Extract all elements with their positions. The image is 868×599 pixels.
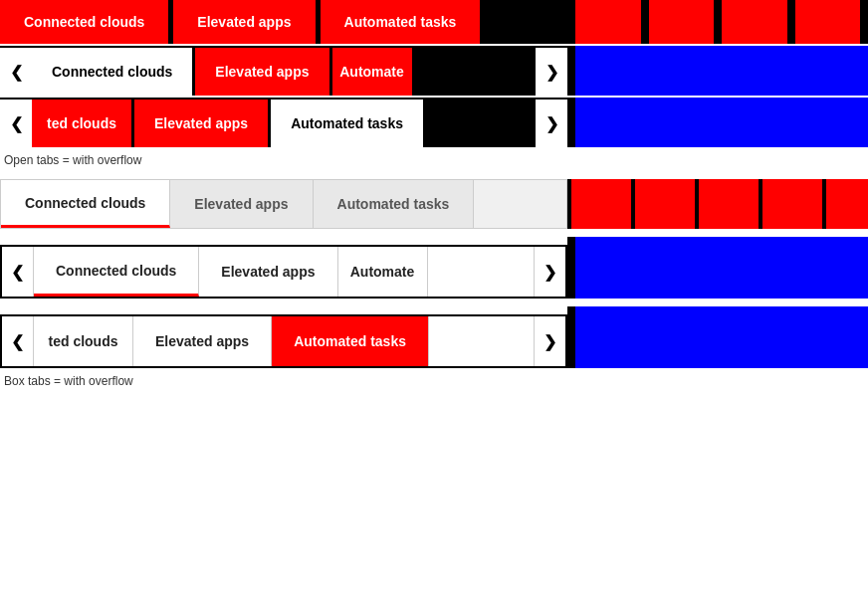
box-tabs-strip-1: Connected clouds Elevated apps Automate xyxy=(34,247,534,297)
black-divider-4 xyxy=(787,0,795,44)
box-tabs-row3: ❮ ted clouds Elevated apps Automated tas… xyxy=(0,306,868,368)
box-red-5 xyxy=(826,179,868,229)
prev-arrow-box-1[interactable]: ❮ xyxy=(2,247,34,297)
blue-block-b2a xyxy=(575,237,868,299)
black-divider-5 xyxy=(860,0,868,44)
box-red-3 xyxy=(699,179,759,229)
box-tab-nav-connected-1[interactable]: Connected clouds xyxy=(34,247,199,297)
next-arrow-box-2[interactable]: ❯ xyxy=(534,316,565,366)
prev-arrow-open-2[interactable]: ❮ xyxy=(0,100,32,147)
spacer-3a xyxy=(567,98,575,147)
tabs-strip-1: Connected clouds Elevated apps Automate xyxy=(32,48,536,96)
tab-nav-cld-partial[interactable]: ted clouds xyxy=(32,100,131,147)
right-blocks-2 xyxy=(567,46,868,96)
tab-elevated-apps-1[interactable]: Elevated apps xyxy=(173,0,317,44)
black-divider-2 xyxy=(641,0,649,44)
open-tabs-label: Open tabs = with overflow xyxy=(0,147,868,173)
tab-box-connected-clouds-1[interactable]: Connected clouds xyxy=(1,180,170,228)
open-tabs-nav-bar-2: ❮ ted clouds Elevated apps Automated tas… xyxy=(0,98,567,147)
open-tabs-nav-bar-1: ❮ Connected clouds Elevated apps Automat… xyxy=(0,46,567,96)
spacer-2a xyxy=(567,46,575,96)
red-block-3 xyxy=(722,0,787,44)
next-arrow-box-1[interactable]: ❯ xyxy=(534,247,565,297)
box-red-4 xyxy=(762,179,822,229)
box-tab-nav-elevated-1[interactable]: Elevated apps xyxy=(199,247,337,297)
prev-arrow-open-1[interactable]: ❮ xyxy=(0,48,32,96)
next-arrow-open-1[interactable]: ❯ xyxy=(536,48,567,96)
box-tabs-label: Box tabs = with overflow xyxy=(0,368,868,394)
box-tabs-strip-2: ted clouds Elevated apps Automated tasks xyxy=(34,316,534,366)
spacer-b2a xyxy=(567,237,575,299)
open-tabs-bar-full: Connected clouds Elevated apps Automated… xyxy=(0,0,567,44)
box-tab-nav-automated-partial[interactable]: Automate xyxy=(338,247,428,297)
box-tabs-bar-full: Connected clouds Elevated apps Automated… xyxy=(0,179,567,229)
box-tabs-row2: ❮ Connected clouds Elevated apps Automat… xyxy=(0,237,868,299)
tab-box-elevated-apps-1[interactable]: Elevated apps xyxy=(170,180,313,228)
box-tabs-nav-bar-1: ❮ Connected clouds Elevated apps Automat… xyxy=(0,245,567,299)
tab-nav-elevated-apps-2[interactable]: Elevated apps xyxy=(134,100,268,147)
box-red-2 xyxy=(635,179,695,229)
box-tabs-row1: Connected clouds Elevated apps Automated… xyxy=(0,179,868,229)
blue-block-3a xyxy=(575,98,868,147)
tab-nav-automated-tasks-partial[interactable]: Automate xyxy=(332,48,412,96)
right-blocks-box-2 xyxy=(567,237,868,299)
right-blocks-3 xyxy=(567,98,868,147)
blue-block-2a xyxy=(575,46,868,96)
box-tab-nav-cld-partial[interactable]: ted clouds xyxy=(34,316,133,366)
tab-box-automated-tasks-1[interactable]: Automated tasks xyxy=(314,180,475,228)
tab-nav-automated-tasks-2[interactable]: Automated tasks xyxy=(271,100,423,147)
tab-connected-clouds-1[interactable]: Connected clouds xyxy=(0,0,170,44)
right-blocks-1 xyxy=(567,0,868,44)
red-block-2 xyxy=(649,0,715,44)
open-tabs-row3: ❮ ted clouds Elevated apps Automated tas… xyxy=(0,98,868,147)
box-tabs-nav-bar-2: ❮ ted clouds Elevated apps Automated tas… xyxy=(0,314,567,368)
box-red-1 xyxy=(571,179,631,229)
black-divider-1 xyxy=(567,0,575,44)
box-tab-nav-automated-2[interactable]: Automated tasks xyxy=(272,316,429,366)
red-block-1 xyxy=(575,0,641,44)
open-tabs-row1: Connected clouds Elevated apps Automated… xyxy=(0,0,868,44)
right-blocks-box-3 xyxy=(567,306,868,368)
tab-automated-tasks-1[interactable]: Automated tasks xyxy=(321,0,483,44)
tab-nav-elevated-apps-1[interactable]: Elevated apps xyxy=(195,48,328,96)
prev-arrow-box-2[interactable]: ❮ xyxy=(2,316,34,366)
red-block-4 xyxy=(795,0,861,44)
box-tab-nav-elevated-2[interactable]: Elevated apps xyxy=(133,316,272,366)
open-tabs-row2: ❮ Connected clouds Elevated apps Automat… xyxy=(0,46,868,96)
next-arrow-open-2[interactable]: ❯ xyxy=(536,100,567,147)
right-blocks-box-1 xyxy=(567,179,868,229)
tabs-strip-2: ted clouds Elevated apps Automated tasks xyxy=(32,100,536,147)
spacer-b3a xyxy=(567,306,575,368)
tab-nav-connected-clouds-1[interactable]: Connected clouds xyxy=(32,48,192,96)
black-divider-3 xyxy=(714,0,722,44)
blue-block-b3a xyxy=(575,306,868,368)
